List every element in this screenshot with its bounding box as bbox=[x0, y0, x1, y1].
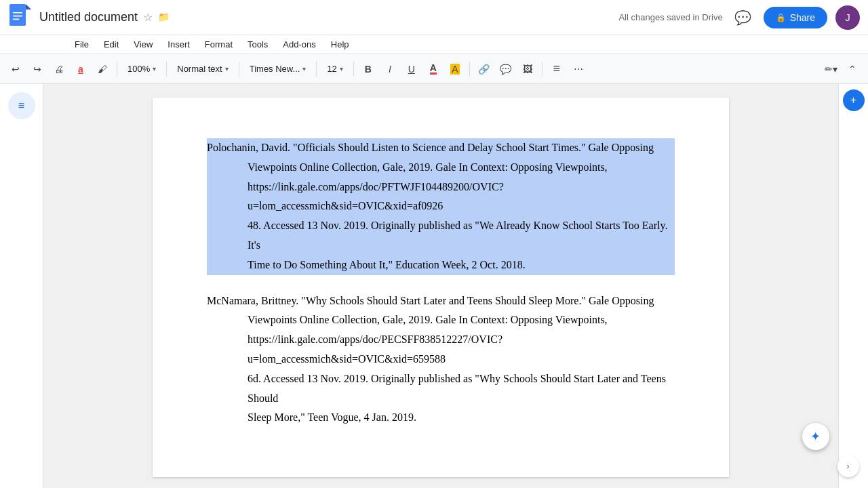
style-value: Normal text bbox=[177, 64, 222, 74]
fontsize-arrow-icon: ▾ bbox=[340, 65, 343, 73]
link-icon: 🔗 bbox=[478, 64, 490, 75]
print-button[interactable]: 🖨 bbox=[49, 59, 69, 79]
separator-2 bbox=[166, 62, 167, 77]
bold-icon: B bbox=[365, 64, 372, 75]
undo-button[interactable]: ↩ bbox=[5, 59, 26, 79]
left-panel: ≡ bbox=[0, 84, 43, 488]
redo-icon: ↪ bbox=[33, 64, 41, 75]
entry1-url: https://link.gale.com/apps/doc/PFTWJF104… bbox=[248, 181, 504, 212]
fontsize-value: 12 bbox=[327, 64, 336, 74]
user-initial: J bbox=[845, 12, 850, 23]
editing-arrow: ▾ bbox=[833, 64, 837, 75]
docs-logo bbox=[8, 4, 33, 31]
document-page: Polochanin, David. "Officials Should Lis… bbox=[153, 98, 729, 477]
lock-icon: 🔒 bbox=[776, 13, 786, 22]
font-dropdown[interactable]: Times New... ▾ bbox=[243, 59, 313, 79]
paint-icon: 🖌 bbox=[98, 64, 107, 75]
separator-6 bbox=[469, 62, 470, 77]
bold-button[interactable]: B bbox=[358, 59, 378, 79]
italic-button[interactable]: I bbox=[380, 59, 400, 79]
font-value: Times New... bbox=[250, 64, 300, 74]
entry2-url: https://link.gale.com/apps/doc/PECSFF838… bbox=[248, 333, 502, 365]
document-title: Untitled document ☆ 📁 bbox=[39, 10, 618, 25]
reference-entry-1: Polochanin, David. "Officials Should Lis… bbox=[207, 138, 675, 275]
star-icon[interactable]: ☆ bbox=[143, 11, 153, 24]
svg-rect-2 bbox=[13, 12, 22, 14]
image-button[interactable]: 🖼 bbox=[517, 59, 538, 79]
comments-icon: 💬 bbox=[734, 9, 751, 26]
comment-icon: 💬 bbox=[500, 64, 511, 75]
underline-button[interactable]: U bbox=[401, 59, 422, 79]
assistant-button[interactable]: ✦ bbox=[802, 423, 829, 450]
toolbar: ↩ ↪ 🖨 a 🖌 100% ▾ Normal text ▾ Times New… bbox=[0, 54, 868, 84]
svg-marker-1 bbox=[26, 4, 31, 9]
entry1-end: 48. Accessed 13 Nov. 2019. Originally pu… bbox=[248, 220, 667, 251]
paintformat-button[interactable]: 🖌 bbox=[92, 59, 113, 79]
entry2-continuation-text: Viewpoints Online Collection, Gale, 2019… bbox=[248, 314, 608, 325]
svg-rect-4 bbox=[13, 18, 20, 20]
textcolor-button[interactable]: A bbox=[423, 59, 443, 79]
textcolor-icon: A bbox=[430, 63, 437, 75]
spellcheck-button[interactable]: a bbox=[71, 59, 91, 79]
more-button[interactable]: ⋯ bbox=[568, 59, 589, 79]
menu-format[interactable]: Format bbox=[198, 37, 239, 52]
highlight-button[interactable]: A bbox=[445, 59, 465, 79]
zoom-dropdown[interactable]: 100% ▾ bbox=[121, 59, 162, 79]
more-icon: ⋯ bbox=[574, 64, 583, 75]
separator-1 bbox=[117, 62, 117, 77]
italic-icon: I bbox=[389, 64, 391, 75]
comment-button[interactable]: 💬 bbox=[496, 59, 516, 79]
entry1-continuation-text: Viewpoints Online Collection, Gale, 2019… bbox=[248, 161, 608, 173]
link-button[interactable]: 🔗 bbox=[474, 59, 494, 79]
collapse-toolbar-button[interactable]: ⌃ bbox=[842, 59, 863, 79]
undo-icon: ↩ bbox=[12, 64, 20, 75]
entry2-end2: Sleep More," Teen Vogue, 4 Jan. 2019. bbox=[248, 411, 416, 423]
collapse-icon: › bbox=[847, 462, 850, 471]
comments-button[interactable]: 💬 bbox=[731, 5, 755, 30]
zoom-dropdown-arrow: ▾ bbox=[153, 65, 156, 73]
title-text[interactable]: Untitled document bbox=[39, 10, 138, 25]
separator-7 bbox=[542, 62, 542, 77]
menu-view[interactable]: View bbox=[127, 37, 159, 52]
document-area[interactable]: Polochanin, David. "Officials Should Lis… bbox=[43, 84, 838, 488]
menu-addons[interactable]: Add-ons bbox=[276, 37, 322, 52]
redo-button[interactable]: ↪ bbox=[27, 59, 47, 79]
assistant-icon: ✦ bbox=[810, 429, 821, 444]
pen-icon: ✏ bbox=[825, 64, 833, 75]
spell-icon: a bbox=[78, 64, 83, 75]
add-icon: + bbox=[850, 94, 856, 106]
svg-rect-3 bbox=[13, 15, 22, 16]
add-comment-button[interactable]: + bbox=[843, 89, 865, 111]
share-button[interactable]: 🔒 Share bbox=[764, 7, 827, 28]
collapse-button[interactable]: › bbox=[837, 455, 859, 477]
align-button[interactable]: ≡ bbox=[547, 59, 567, 79]
entry2-continuation: Viewpoints Online Collection, Gale, 2019… bbox=[207, 310, 675, 428]
style-dropdown[interactable]: Normal text ▾ bbox=[171, 59, 234, 79]
font-arrow-icon: ▾ bbox=[302, 65, 306, 73]
reference-entry-2: McNamara, Brittney. "Why Schools Should … bbox=[207, 291, 675, 428]
menu-insert[interactable]: Insert bbox=[161, 37, 197, 52]
separator-5 bbox=[353, 62, 354, 77]
menu-bar: File Edit View Insert Format Tools Add-o… bbox=[0, 35, 868, 54]
menu-edit[interactable]: Edit bbox=[97, 37, 125, 52]
folder-icon[interactable]: 📁 bbox=[158, 12, 170, 23]
separator-3 bbox=[239, 62, 239, 77]
style-arrow-icon: ▾ bbox=[225, 65, 229, 73]
outline-icon: ≡ bbox=[18, 100, 24, 112]
main-area: ≡ Polochanin, David. "Officials Should L… bbox=[0, 84, 868, 488]
fontsize-dropdown[interactable]: 12 ▾ bbox=[321, 59, 349, 79]
user-avatar[interactable]: J bbox=[835, 5, 860, 30]
print-icon: 🖨 bbox=[54, 64, 64, 75]
right-panel: + ✦ › bbox=[838, 84, 868, 488]
outline-button[interactable]: ≡ bbox=[8, 92, 35, 119]
entry1-first-line: Polochanin, David. "Officials Should Lis… bbox=[207, 138, 675, 158]
entry2-end: 6d. Accessed 13 Nov. 2019. Originally pu… bbox=[248, 373, 666, 404]
save-status: All changes saved in Drive bbox=[618, 12, 722, 22]
menu-help[interactable]: Help bbox=[324, 37, 356, 52]
expand-icon: ⌃ bbox=[848, 64, 856, 75]
menu-tools[interactable]: Tools bbox=[241, 37, 275, 52]
editing-mode-button[interactable]: ✏ ▾ bbox=[821, 59, 841, 79]
zoom-value: 100% bbox=[127, 64, 150, 74]
underline-icon: U bbox=[408, 64, 415, 75]
menu-file[interactable]: File bbox=[68, 37, 96, 52]
